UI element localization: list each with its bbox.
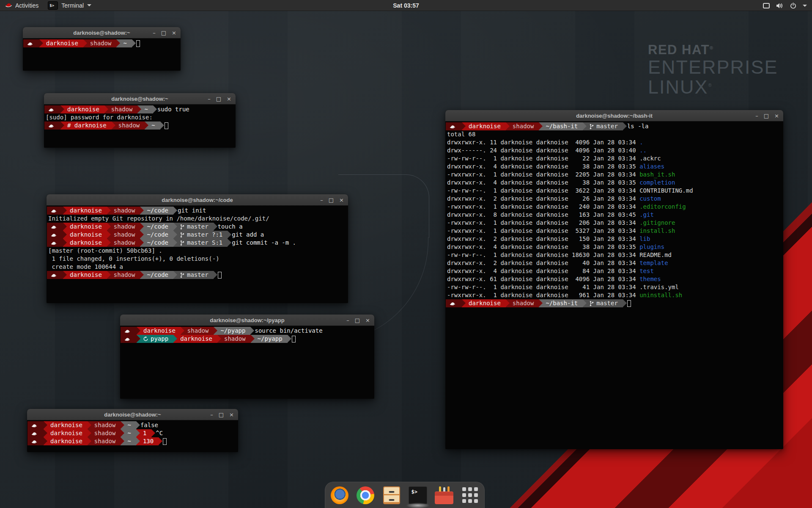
prompt-segment-venv: pyapp (137, 335, 173, 343)
window-title: darknoise@shadow:~/bash-it (576, 113, 653, 119)
terminal-window[interactable]: darknoise@shadow:~/bash-it–□×darknoisesh… (445, 110, 783, 449)
prompt-segment-user: darknoise (44, 429, 88, 437)
terminal-window[interactable]: darknoise@shadow:~/pyapp–□×darknoiseshad… (120, 315, 374, 399)
ls-row-filename: template (639, 259, 668, 267)
window-titlebar[interactable]: darknoise@shadow:~–□× (27, 409, 238, 420)
terminal-line: -rwxrwxr-x. 1 darknoise darknoise 240 Ja… (446, 203, 783, 211)
terminal-line: 1 file changed, 0 insertions(+), 0 delet… (47, 255, 348, 263)
terminal-line: darknoiseshadow~/codemaster ?:1git add a (47, 231, 348, 239)
window-controls: –□× (320, 194, 344, 206)
ls-row-filename: .. (639, 146, 647, 155)
prompt-segment-host: shadow (506, 122, 539, 130)
ls-row-meta: -rw-rw-r--. 1 darknoise darknoise 22 Jan… (446, 155, 639, 163)
prompt-segment-host: shadow (88, 421, 121, 429)
window-titlebar[interactable]: darknoise@shadow:~/pyapp–□× (120, 315, 374, 326)
ls-row-filename: .gitignore (639, 219, 675, 227)
window-titlebar[interactable]: darknoise@shadow:~–□× (23, 27, 181, 39)
dock-item-firefox[interactable] (330, 486, 349, 505)
terminal-body[interactable]: darknoiseshadow~/pyappsource bin/activat… (120, 326, 374, 399)
minimize-button[interactable]: – (153, 27, 156, 39)
prompt-segment-path: ~/code (140, 207, 173, 215)
close-button[interactable]: × (227, 93, 231, 105)
dock-item-toolbox[interactable] (435, 486, 453, 505)
terminal-line: drwxrwxr-x. 2 darknoise darknoise 150 Ja… (446, 235, 783, 243)
terminal-line: darknoiseshadow~/codemaster (47, 271, 348, 279)
minimize-button[interactable]: – (755, 110, 758, 121)
dock-item-chrome[interactable] (357, 486, 375, 505)
app-menu-terminal[interactable]: $> Terminal (44, 0, 96, 11)
terminal-body[interactable]: darknoiseshadow~falsedarknoiseshadow~1^C… (27, 420, 238, 452)
prompt-segment-path: ~/bash-it (539, 299, 583, 307)
rhel-logo-brand: RED HAT® (648, 42, 778, 58)
terminal-window[interactable]: darknoise@shadow:~–□×darknoiseshadow~sud… (44, 93, 236, 148)
chrome-icon (357, 486, 374, 504)
clock[interactable]: Sat 03:57 (393, 2, 419, 9)
desktop: { "top_bar": { "activities": "Activities… (0, 0, 812, 508)
ls-row-meta: drwxrwxr-x. 2 darknoise darknoise 26 Jan… (446, 195, 639, 203)
ls-row-filename: CONTRIBUTING.md (639, 187, 693, 195)
prompt-segment-host: shadow (104, 105, 138, 113)
system-tray[interactable] (763, 0, 807, 11)
terminal-body[interactable]: darknoiseshadow~ (23, 39, 181, 71)
maximize-button[interactable]: □ (219, 409, 224, 420)
minimize-button[interactable]: – (208, 93, 211, 105)
prompt-segment-host: shadow (83, 39, 117, 47)
dock-item-app-grid[interactable] (461, 486, 480, 505)
prompt-segment-hat (44, 105, 60, 113)
terminal-output-text: create mode 100644 a (47, 263, 123, 271)
prompt-segment-hat (44, 121, 60, 130)
close-button[interactable]: × (365, 315, 370, 326)
maximize-button[interactable]: □ (764, 110, 769, 121)
ls-row-meta: drwxrwxr-x. 61 darknoise darknoise 4096 … (446, 275, 639, 283)
maximize-button[interactable]: □ (329, 194, 334, 206)
terminal-cursor (627, 300, 631, 307)
close-button[interactable]: × (774, 110, 779, 121)
minimize-button[interactable]: – (210, 409, 213, 420)
maximize-button[interactable]: □ (216, 93, 221, 105)
close-button[interactable]: × (339, 194, 344, 206)
terminal-body[interactable]: darknoiseshadow~/codegit initInitialized… (47, 206, 348, 303)
prompt-segment-git: master ?:1 (173, 231, 228, 239)
prompt-segment-user: darknoise (462, 299, 506, 307)
prompt-segment-hat (446, 122, 462, 130)
window-controls: –□× (755, 110, 779, 121)
prompt-segment-host: shadow (88, 429, 121, 437)
minimize-button[interactable]: – (320, 194, 323, 206)
terminal-window[interactable]: darknoise@shadow:~–□×darknoiseshadow~fal… (27, 409, 238, 452)
terminal-window[interactable]: darknoise@shadow:~/code–□×darknoiseshado… (47, 194, 348, 303)
prompt-segment-hat (47, 223, 63, 231)
dock-item-files[interactable] (382, 486, 401, 505)
terminal-cursor (136, 40, 140, 47)
window-title: darknoise@shadow:~ (104, 411, 161, 418)
minimize-button[interactable]: – (346, 315, 349, 326)
ls-row-meta: drwxrwxr-x. 4 darknoise darknoise 38 Jan… (446, 163, 639, 171)
activities-button[interactable]: Activities (0, 0, 44, 11)
terminal-output-text: total 68 (446, 130, 475, 138)
terminal-body[interactable]: darknoiseshadow~sudo true[sudo] password… (44, 105, 236, 148)
maximize-button[interactable]: □ (355, 315, 360, 326)
terminal-window[interactable]: darknoise@shadow:~–□×darknoiseshadow~ (23, 27, 181, 71)
terminal-icon: $> (409, 486, 427, 504)
ls-row-filename: README.md (639, 251, 672, 259)
ls-row-filename: themes (639, 275, 661, 283)
terminal-line: drwxrwxr-x. 2 darknoise darknoise 26 Jan… (446, 195, 783, 203)
close-button[interactable]: × (172, 27, 176, 39)
maximize-button[interactable]: □ (161, 27, 166, 39)
terminal-line: Initialized empty Git repository in /hom… (47, 215, 348, 223)
prompt-segment-user: darknoise (39, 39, 83, 47)
window-titlebar[interactable]: darknoise@shadow:~–□× (44, 93, 236, 105)
window-controls: –□× (346, 315, 370, 326)
window-titlebar[interactable]: darknoise@shadow:~/code–□× (47, 194, 348, 206)
close-button[interactable]: × (229, 409, 234, 420)
prompt-segment-path: ~/code (140, 271, 173, 279)
dock-item-terminal[interactable]: $> (409, 486, 427, 505)
terminal-body[interactable]: darknoiseshadow~/bash-itmasterls -latota… (445, 121, 783, 449)
prompt-segment-path: ~/bash-it (539, 122, 583, 130)
terminal-line: [master (root-commit) 50bcb63] . (47, 247, 348, 255)
top-bar: Activities $> Terminal Sat 03:57 (0, 0, 812, 11)
prompt-segment-host: shadow (107, 271, 140, 279)
prompt-segment-host: shadow (107, 223, 140, 231)
window-titlebar[interactable]: darknoise@shadow:~/bash-it–□× (445, 110, 783, 121)
ls-row-meta: drwxrwxr-x. 4 darknoise darknoise 38 Jan… (446, 179, 639, 187)
command-text: git commit -a -m . (232, 239, 296, 247)
